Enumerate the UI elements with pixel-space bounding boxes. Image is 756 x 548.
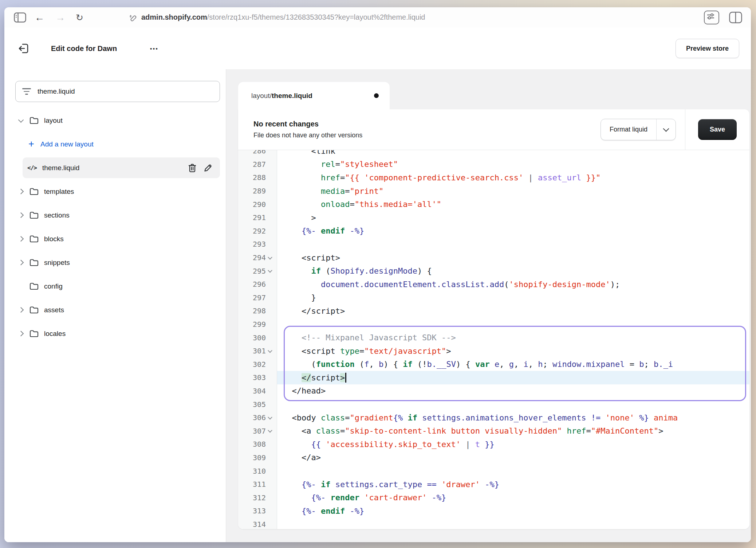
file-theme-liquid[interactable]: </> theme.liquid xyxy=(23,157,220,178)
fold-chevron-icon[interactable] xyxy=(266,269,274,273)
browser-toolbar: ← → ↻ admin.shopify.com/store/rzq1xu-f5/… xyxy=(4,7,751,28)
fold-chevron-icon[interactable] xyxy=(266,416,274,419)
code-line[interactable]: } xyxy=(277,291,749,305)
folder-blocks[interactable]: blocks xyxy=(4,228,226,249)
save-button[interactable]: Save xyxy=(698,119,737,140)
format-options-chevron[interactable] xyxy=(657,119,676,140)
code-line[interactable]: document.documentElement.classList.add('… xyxy=(277,278,749,291)
gutter-line: 299 xyxy=(238,318,277,331)
chevron-right-icon[interactable] xyxy=(17,332,24,336)
rename-file-icon[interactable] xyxy=(203,163,213,173)
chevron-right-icon[interactable] xyxy=(17,308,24,312)
code-line[interactable] xyxy=(277,518,749,529)
fold-chevron-icon[interactable] xyxy=(266,349,274,353)
code-line[interactable] xyxy=(277,398,749,411)
text-cursor xyxy=(345,373,346,383)
folder-icon xyxy=(29,235,39,243)
code-line[interactable]: (function (f, b) { if (!b.__SV) { var e,… xyxy=(277,358,749,371)
sidebar-toggle-icon[interactable] xyxy=(14,12,26,23)
app-header: Edit code for Dawn ••• Preview store xyxy=(4,27,751,70)
code-gutter-inner: 2862872882892902912922932942952962972982… xyxy=(238,150,277,529)
folder-label: assets xyxy=(44,306,64,314)
folder-label: blocks xyxy=(44,235,64,243)
code-line[interactable]: <script type="text/javascript"> xyxy=(277,344,749,358)
code-line[interactable]: rel="stylesheet" xyxy=(277,158,749,171)
code-line[interactable]: {%- render 'cart-drawer' -%} xyxy=(277,491,749,504)
gutter-line: 298 xyxy=(238,304,277,318)
chevron-right-icon[interactable] xyxy=(17,237,24,241)
folder-icon xyxy=(29,306,39,314)
code-line[interactable] xyxy=(277,318,749,331)
code-line[interactable]: {%- if settings.cart_type == 'drawer' -%… xyxy=(277,478,749,491)
chevron-right-icon[interactable] xyxy=(17,261,24,265)
address-bar[interactable]: admin.shopify.com/store/rzq1xu-f5/themes… xyxy=(128,7,425,27)
code-lines-inner: <link rel="stylesheet" href="{{ 'compone… xyxy=(277,150,749,529)
code-line[interactable]: onload="this.media='all'" xyxy=(277,197,749,211)
reload-button[interactable]: ↻ xyxy=(76,13,83,22)
code-line[interactable]: > xyxy=(277,211,749,224)
folder-config[interactable]: config xyxy=(4,276,226,297)
more-actions-button[interactable]: ••• xyxy=(150,45,158,51)
folder-assets[interactable]: assets xyxy=(4,300,226,320)
folder-templates[interactable]: templates xyxy=(4,181,226,202)
gutter-line: 311 xyxy=(238,478,277,491)
file-search-input[interactable] xyxy=(37,87,213,96)
page-settings-icon[interactable] xyxy=(704,11,719,24)
forward-button[interactable]: → xyxy=(55,12,65,22)
folder-icon xyxy=(29,259,39,266)
folder-layout[interactable]: layout xyxy=(4,110,226,131)
gutter-line: 291 xyxy=(238,211,277,224)
exit-code-editor-button[interactable] xyxy=(17,42,30,55)
code-line[interactable]: {{ 'accessibility.skip_to_text' | t }} xyxy=(277,438,749,451)
format-liquid-label: Format liquid xyxy=(601,119,656,140)
browser-window: ← → ↻ admin.shopify.com/store/rzq1xu-f5/… xyxy=(4,7,751,542)
file-search-box[interactable] xyxy=(15,81,220,102)
code-line[interactable]: media="print" xyxy=(277,184,749,198)
gutter-line: 301 xyxy=(238,344,277,358)
code-line[interactable]: <script> xyxy=(277,251,749,265)
gutter-line: 295 xyxy=(238,264,277,278)
code-line[interactable]: </head> xyxy=(277,384,749,398)
format-liquid-button[interactable]: Format liquid xyxy=(601,119,676,140)
tab-file-name: theme.liquid xyxy=(272,92,312,100)
gutter-line: 304 xyxy=(238,384,277,398)
tab-layout-theme-liquid[interactable]: layout/theme.liquid xyxy=(238,82,390,109)
code-line[interactable]: {%- endif -%} xyxy=(277,504,749,518)
code-line[interactable]: </script> xyxy=(277,304,749,318)
chevron-right-icon[interactable] xyxy=(17,213,24,217)
gutter-line: 302 xyxy=(238,358,277,371)
code-line[interactable]: <body class="gradient{% if settings.anim… xyxy=(277,411,749,424)
delete-file-icon[interactable] xyxy=(188,163,197,173)
back-button[interactable]: ← xyxy=(35,12,44,22)
code-line[interactable]: {%- endif -%} xyxy=(277,224,749,238)
code-line[interactable] xyxy=(277,464,749,478)
gutter-line: 306 xyxy=(238,411,277,424)
folder-sections[interactable]: sections xyxy=(4,205,226,226)
folder-label: locales xyxy=(44,330,66,338)
folder-snippets[interactable]: snippets xyxy=(4,252,226,273)
chevron-right-icon[interactable] xyxy=(17,189,24,193)
code-line[interactable]: <!-- Mixpanel Javascript SDK --> xyxy=(277,331,749,344)
code-line[interactable]: </a> xyxy=(277,451,749,465)
code-line[interactable]: <a class="skip-to-content-link button vi… xyxy=(277,424,749,438)
folder-label: templates xyxy=(44,188,74,196)
file-sidebar: layout + Add a new layout </> theme.liqu… xyxy=(4,69,226,542)
code-area[interactable]: <link rel="stylesheet" href="{{ 'compone… xyxy=(277,150,749,529)
folder-locales[interactable]: locales xyxy=(4,323,226,344)
code-line[interactable] xyxy=(277,238,749,251)
fold-chevron-icon[interactable] xyxy=(266,256,274,259)
gutter-line: 312 xyxy=(238,491,277,504)
code-line[interactable]: href="{{ 'component-predictive-search.cs… xyxy=(277,171,749,184)
split-view-icon[interactable] xyxy=(729,12,742,23)
code-line[interactable]: </script> xyxy=(277,371,749,384)
chevron-down-icon[interactable] xyxy=(17,118,24,122)
fold-chevron-icon[interactable] xyxy=(266,429,274,432)
preview-store-button[interactable]: Preview store xyxy=(676,39,739,58)
code-editor[interactable]: 2862872882892902912922932942952962972982… xyxy=(238,150,749,529)
gutter-line: 313 xyxy=(238,504,277,518)
code-line[interactable]: if (Shopify.designMode) { xyxy=(277,264,749,278)
code-line[interactable]: <link xyxy=(277,150,749,158)
gutter-line: 310 xyxy=(238,464,277,478)
add-new-layout-button[interactable]: + Add a new layout xyxy=(4,134,226,154)
plus-icon: + xyxy=(28,139,35,149)
